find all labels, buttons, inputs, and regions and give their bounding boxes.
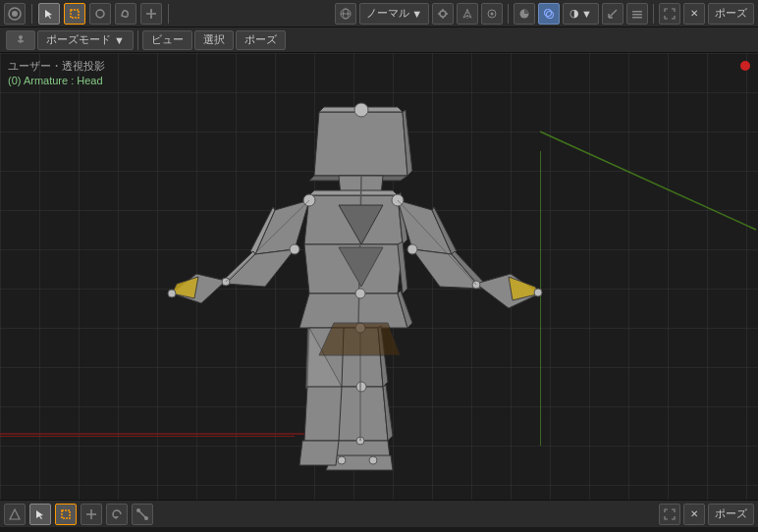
- projection-text: ユーザー・透視投影: [8, 60, 105, 72]
- svg-point-1: [12, 11, 18, 17]
- pose-label: ポーズ: [244, 32, 277, 47]
- object-info-label: (0) Armature : Head: [8, 75, 103, 86]
- object-text: (0) Armature : Head: [8, 75, 103, 86]
- svg-point-3: [96, 10, 104, 18]
- svg-rect-27: [632, 17, 642, 19]
- pose-right-label: ポーズ: [715, 6, 747, 21]
- bottom-scale-icon[interactable]: [132, 504, 153, 525]
- mirror-icon[interactable]: [457, 3, 478, 25]
- pose-right-dropdown[interactable]: ポーズ: [708, 3, 754, 25]
- select-circle-icon[interactable]: [89, 3, 111, 25]
- select-menu-btn[interactable]: 選択: [194, 30, 234, 50]
- svg-marker-51: [509, 277, 540, 300]
- pose-mode-btn[interactable]: ポーズモード ▼: [37, 30, 134, 50]
- cursor-icon[interactable]: [38, 3, 60, 25]
- svg-marker-40: [309, 190, 398, 195]
- svg-point-11: [440, 11, 446, 17]
- normal-dropdown[interactable]: ノーマル ▼: [359, 3, 429, 25]
- bottom-right-controls: ✕ ポーズ: [659, 504, 754, 525]
- fullscreen-icon[interactable]: [659, 3, 680, 25]
- svg-rect-26: [632, 14, 642, 16]
- bottom-fullscreen-icon[interactable]: [659, 504, 680, 525]
- svg-point-52: [407, 244, 417, 254]
- pose-mode-label: ポーズモード: [46, 32, 111, 47]
- top-right-controls: ノーマル ▼: [335, 3, 754, 25]
- svg-point-84: [369, 456, 377, 464]
- viewport-projection-label: ユーザー・透視投影: [8, 59, 105, 74]
- dropdown-arrow: ▼: [411, 8, 422, 20]
- svg-point-96: [144, 516, 148, 520]
- bottom-cursor-icon[interactable]: [29, 504, 51, 525]
- svg-point-81: [355, 289, 365, 298]
- svg-marker-82: [319, 323, 401, 355]
- top-toolbar: ノーマル ▼: [0, 0, 758, 27]
- bottom-toolbar: ✕ ポーズ: [0, 500, 758, 527]
- pose-menu-btn[interactable]: ポーズ: [236, 30, 286, 50]
- shading-dropdown[interactable]: ◑ ▼: [563, 3, 599, 25]
- svg-marker-77: [304, 387, 342, 441]
- overlay-icon[interactable]: [538, 3, 560, 25]
- viewport-shading-icon[interactable]: [514, 3, 535, 25]
- svg-rect-25: [632, 11, 642, 13]
- normal-label: ノーマル: [366, 6, 409, 21]
- separator-3: [508, 4, 509, 24]
- view-settings-icon[interactable]: [626, 3, 648, 25]
- svg-point-18: [491, 12, 494, 15]
- mode-bar: ポーズモード ▼ ビュー 選択 ポーズ: [0, 27, 758, 53]
- bottom-select-icon[interactable]: [55, 504, 77, 525]
- svg-point-63: [168, 290, 176, 297]
- svg-marker-33: [314, 112, 407, 176]
- pose-mode-arrow: ▼: [114, 34, 125, 46]
- close-icon[interactable]: ✕: [683, 3, 705, 25]
- snap-icon[interactable]: [432, 3, 454, 25]
- bottom-mode-icon[interactable]: [4, 504, 26, 525]
- shading-icon: ◑: [569, 7, 579, 20]
- svg-point-95: [136, 508, 140, 512]
- svg-marker-78: [299, 441, 339, 465]
- character-model: [128, 102, 599, 495]
- svg-rect-90: [62, 510, 70, 518]
- bottom-move-icon[interactable]: [81, 504, 102, 525]
- select-box-icon[interactable]: [64, 3, 85, 25]
- svg-marker-89: [10, 509, 20, 519]
- view-menu-btn[interactable]: ビュー: [142, 30, 192, 50]
- viewport-red-dot: [740, 61, 750, 71]
- svg-point-54: [534, 289, 542, 296]
- svg-point-28: [19, 35, 23, 39]
- svg-point-83: [338, 456, 346, 464]
- pose-mode-icon[interactable]: [6, 30, 35, 50]
- separator-2: [168, 4, 169, 24]
- bottom-rotate-icon[interactable]: [106, 504, 128, 525]
- select-label: 選択: [203, 32, 225, 47]
- sep-mode: [137, 30, 138, 50]
- transform-icon[interactable]: [140, 3, 162, 25]
- svg-point-21: [547, 11, 554, 18]
- gizmo-icon[interactable]: [602, 3, 623, 25]
- select-lasso-icon[interactable]: [115, 3, 136, 25]
- view-label: ビュー: [151, 32, 184, 47]
- svg-point-73: [356, 382, 366, 392]
- svg-point-37: [354, 103, 368, 117]
- bottom-pose-dropdown[interactable]: ポーズ: [708, 504, 754, 525]
- separator-4: [653, 4, 654, 24]
- svg-line-22: [609, 10, 617, 18]
- svg-point-61: [290, 244, 299, 254]
- svg-rect-2: [71, 10, 79, 18]
- bottom-pose-label: ポーズ: [715, 506, 747, 521]
- proportional-icon[interactable]: [481, 3, 503, 25]
- bottom-close-icon[interactable]: ✕: [683, 504, 705, 525]
- svg-point-20: [545, 9, 552, 16]
- shading-arrow: ▼: [581, 8, 592, 20]
- viewport[interactable]: ユーザー・透視投影 (0) Armature : Head: [0, 53, 758, 500]
- separator-1: [31, 4, 32, 24]
- blender-logo-icon[interactable]: [4, 3, 26, 25]
- global-icon[interactable]: [335, 3, 356, 25]
